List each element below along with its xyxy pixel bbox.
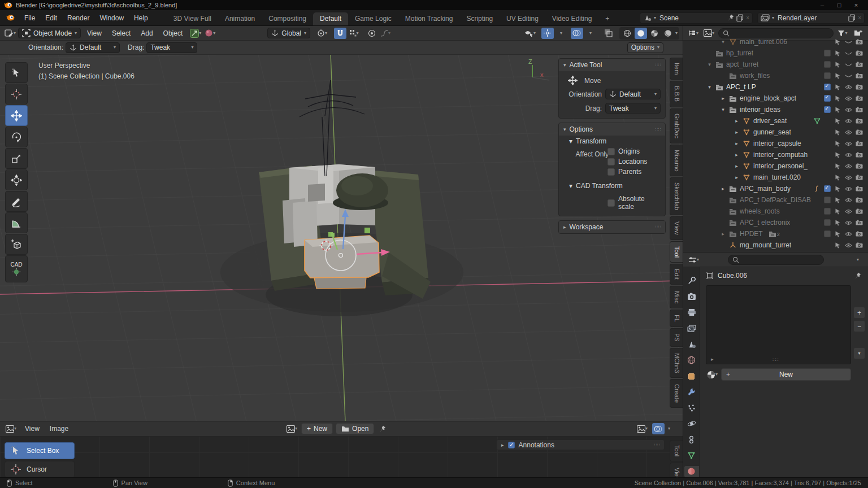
ie-tool-cursor[interactable]: Cursor: [5, 461, 75, 478]
tool-scale[interactable]: [5, 148, 28, 169]
workspace-tab-3d-view-full[interactable]: 3D View Full: [167, 12, 218, 25]
pivot-point-button[interactable]: ▾: [316, 28, 328, 39]
editor-type-button[interactable]: ▾: [3, 28, 17, 39]
affect-origins-checkbox[interactable]: [607, 148, 615, 155]
shading-rendered-button[interactable]: [662, 28, 674, 39]
panel-grip-icon[interactable]: ∷∷: [656, 224, 661, 230]
mode-dropdown[interactable]: Object Mode ▾: [18, 28, 81, 38]
properties-tab-object[interactable]: [684, 371, 699, 382]
panel-grip-icon[interactable]: ∷∷: [656, 62, 661, 68]
expander-icon[interactable]: ▸: [732, 152, 741, 158]
selectable-icon[interactable]: [832, 175, 843, 181]
sidebar-tab-b-b-b[interactable]: B.B.B: [670, 81, 683, 107]
workspace-tab-scripting[interactable]: Scripting: [459, 12, 500, 25]
properties-type-button[interactable]: ▾: [687, 254, 700, 265]
checkbox-slot[interactable]: [822, 208, 832, 215]
snap-toggle[interactable]: [334, 28, 346, 39]
outliner-row-apc-t-defpack-disab[interactable]: APC_t DefPack_DISAB: [683, 194, 868, 206]
workspace-tab-default[interactable]: Default: [313, 12, 348, 25]
eye-open-icon[interactable]: [843, 243, 854, 248]
maximize-button[interactable]: □: [831, 2, 848, 8]
expander-icon[interactable]: ▸: [732, 129, 741, 135]
panel-grip-icon[interactable]: ∷∷: [656, 127, 661, 132]
properties-options-button[interactable]: ▾: [852, 254, 864, 265]
exclude-checkbox[interactable]: [824, 84, 831, 90]
affect-parents-row[interactable]: Parents: [559, 167, 665, 177]
outliner-row-work-files[interactable]: work_files: [683, 70, 868, 81]
checkbox-slot[interactable]: [822, 219, 832, 226]
open-image-button[interactable]: Open: [336, 423, 374, 434]
eye-closed-icon[interactable]: [843, 62, 854, 67]
viewport-menu-select[interactable]: Select: [107, 29, 136, 37]
shading-solid-button[interactable]: [635, 28, 647, 39]
properties-tab-physics[interactable]: [684, 418, 699, 429]
ie-tool-select-box[interactable]: Select Box: [5, 442, 75, 459]
ie-gizmos-button[interactable]: ▾: [636, 423, 649, 434]
outliner-display-mode-button[interactable]: ▾: [702, 28, 715, 39]
selectable-icon[interactable]: [832, 186, 843, 192]
new-scene-icon[interactable]: [736, 14, 744, 21]
transform-subpanel-header[interactable]: ▾Transform: [559, 136, 665, 147]
render-visibility-icon[interactable]: [854, 208, 865, 214]
minimize-button[interactable]: –: [814, 2, 831, 8]
sidebar-tab-misc[interactable]: Misc: [670, 286, 683, 309]
annotations-panel[interactable]: ▸ Annotations ∷∷: [496, 439, 665, 450]
selectable-icon[interactable]: [832, 50, 843, 56]
outliner-row-gunner-seat[interactable]: ▸ gunner_seat: [683, 127, 868, 138]
sidebar-tab-sketchfab[interactable]: Sketchfab: [670, 177, 683, 215]
chevron-right-icon[interactable]: ▸: [711, 356, 714, 362]
transform-orientation-dropdown[interactable]: Global ▾: [267, 28, 310, 38]
options-dropdown[interactable]: Options▾: [627, 42, 663, 53]
gizmos-toggle[interactable]: [541, 28, 554, 39]
orientation-panel-dropdown[interactable]: Default▾: [605, 89, 661, 99]
sidebar-tab-mchn3[interactable]: MChn3: [670, 348, 683, 378]
expander-icon[interactable]: ▾: [705, 84, 714, 90]
outliner-filter-button[interactable]: ▾: [836, 28, 849, 39]
eye-open-icon[interactable]: [843, 107, 854, 112]
checkbox-slot[interactable]: [822, 72, 832, 79]
menu-window[interactable]: Window: [94, 10, 129, 25]
checkbox-slot[interactable]: [822, 185, 832, 192]
render-visibility-icon[interactable]: [854, 39, 865, 45]
tool-cursor[interactable]: [5, 84, 28, 104]
drag-panel-dropdown[interactable]: Tweak▾: [605, 103, 661, 114]
outliner-row-interior-computah[interactable]: ▸ interior_computah: [683, 149, 868, 160]
checkbox-slot[interactable]: [822, 84, 832, 90]
properties-tab-view-layer[interactable]: [684, 323, 699, 334]
drag-setting-dropdown[interactable]: Tweak▾: [146, 42, 197, 53]
outliner-row-wheels-roots[interactable]: wheels_roots: [683, 206, 868, 217]
workspace-tab-game-logic[interactable]: Game Logic: [348, 12, 398, 25]
shading-wireframe-button[interactable]: [621, 28, 633, 39]
selectable-icon[interactable]: [832, 107, 843, 113]
checkbox-slot[interactable]: [822, 50, 832, 56]
eye-closed-icon[interactable]: [843, 51, 854, 56]
selectable-icon[interactable]: [832, 62, 843, 68]
remove-slot-button[interactable]: −: [853, 320, 865, 332]
exclude-checkbox[interactable]: [824, 230, 831, 237]
render-visibility-icon[interactable]: [854, 118, 865, 124]
tool-move[interactable]: [5, 105, 28, 126]
selectable-icon[interactable]: [832, 39, 843, 45]
outliner-type-button[interactable]: ▾: [687, 28, 700, 39]
outliner-row-apc-main-body[interactable]: ▸ APC_main_body: [683, 183, 868, 194]
checkbox-slot[interactable]: [822, 197, 832, 203]
visibility-dropdown[interactable]: ▾: [523, 28, 537, 39]
properties-tab-scene[interactable]: [684, 339, 699, 350]
image-editor-type-button[interactable]: ▾: [5, 423, 18, 434]
sidebar-tab-fl[interactable]: FL: [670, 310, 683, 327]
expander-icon[interactable]: ▸: [718, 186, 728, 191]
exclude-checkbox[interactable]: [824, 219, 831, 226]
properties-tab-object-data[interactable]: [684, 450, 699, 461]
eye-open-icon[interactable]: [843, 209, 854, 214]
image-editor-menu-image[interactable]: Image: [45, 425, 73, 433]
selectable-icon[interactable]: [832, 95, 843, 102]
sidebar-tab-edit[interactable]: Edit: [670, 264, 683, 285]
properties-search-input[interactable]: [742, 256, 819, 263]
sidebar-tab-mixamo[interactable]: Mixamo: [670, 145, 683, 177]
checkbox-slot[interactable]: [822, 106, 832, 113]
eye-open-icon[interactable]: [843, 96, 854, 101]
proportional-editing-toggle[interactable]: [366, 28, 378, 39]
new-collection-button[interactable]: [852, 28, 864, 39]
checkbox-slot[interactable]: [822, 61, 832, 68]
expander-icon[interactable]: ▸: [732, 141, 741, 146]
